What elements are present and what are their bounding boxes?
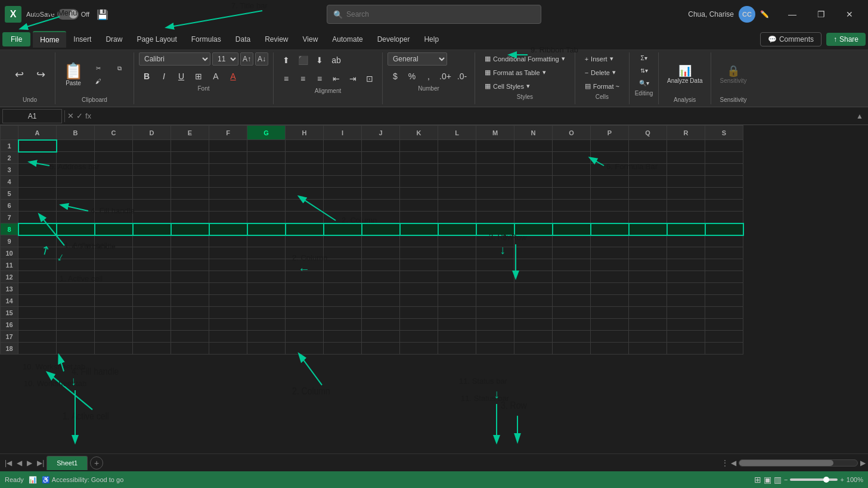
- percent-button[interactable]: %: [404, 69, 420, 84]
- cell-G3[interactable]: [247, 164, 286, 176]
- cell-K5[interactable]: [400, 188, 438, 200]
- cell-A3[interactable]: [18, 164, 57, 176]
- comma-button[interactable]: ,: [421, 69, 436, 84]
- column-header-O[interactable]: O: [553, 126, 591, 140]
- cell-C5[interactable]: [95, 188, 133, 200]
- cell-C8[interactable]: [95, 223, 133, 235]
- cell-J16[interactable]: [362, 319, 400, 331]
- cell-A16[interactable]: [18, 319, 57, 331]
- cell-S3[interactable]: [705, 164, 743, 176]
- cell-H14[interactable]: [286, 295, 324, 307]
- cell-C7[interactable]: [95, 212, 133, 223]
- cell-I5[interactable]: [324, 188, 362, 200]
- align-center-button[interactable]: ≡: [295, 71, 311, 86]
- cell-Q15[interactable]: [629, 307, 667, 319]
- cell-J1[interactable]: [362, 140, 400, 152]
- cell-B15[interactable]: [57, 307, 95, 319]
- cell-D17[interactable]: [133, 331, 171, 343]
- cell-E10[interactable]: [171, 247, 209, 259]
- cell-Q11[interactable]: [629, 259, 667, 271]
- row-header-1[interactable]: 1: [1, 140, 18, 152]
- search-bar[interactable]: 🔍: [327, 5, 541, 24]
- column-header-Q[interactable]: Q: [629, 126, 667, 140]
- cell-S9[interactable]: [705, 235, 743, 247]
- close-button[interactable]: ✕: [836, 5, 863, 24]
- cell-P5[interactable]: [591, 188, 629, 200]
- undo-button[interactable]: ↩: [10, 67, 29, 82]
- cell-R18[interactable]: [667, 343, 705, 355]
- cell-F7[interactable]: [209, 212, 247, 223]
- zoom-out-icon[interactable]: −: [784, 476, 788, 483]
- cell-G11[interactable]: [247, 259, 286, 271]
- cell-I9[interactable]: [324, 235, 362, 247]
- cell-L9[interactable]: [438, 235, 476, 247]
- cell-S7[interactable]: [705, 212, 743, 223]
- cell-K16[interactable]: [400, 319, 438, 331]
- column-header-H[interactable]: H: [286, 126, 324, 140]
- cell-R6[interactable]: [667, 200, 705, 212]
- cell-G14[interactable]: [247, 295, 286, 307]
- decimal-decrease-button[interactable]: .0-: [454, 69, 470, 84]
- normal-view-button[interactable]: ⊞: [754, 475, 761, 484]
- cell-B8[interactable]: [57, 223, 95, 235]
- cell-P2[interactable]: [591, 152, 629, 164]
- column-header-I[interactable]: I: [324, 126, 362, 140]
- row-header-9[interactable]: 9: [1, 235, 18, 247]
- sheet-options-icon[interactable]: ⋮: [721, 459, 728, 467]
- column-header-L[interactable]: L: [438, 126, 476, 140]
- cell-C16[interactable]: [95, 319, 133, 331]
- cell-C12[interactable]: [95, 271, 133, 283]
- cell-D12[interactable]: [133, 271, 171, 283]
- cell-M14[interactable]: [476, 295, 514, 307]
- cell-B17[interactable]: [57, 331, 95, 343]
- cell-O6[interactable]: [553, 200, 591, 212]
- cell-O12[interactable]: [553, 271, 591, 283]
- scroll-left-icon[interactable]: ◀: [731, 459, 736, 467]
- cell-Q18[interactable]: [629, 343, 667, 355]
- cell-D10[interactable]: [133, 247, 171, 259]
- format-as-table-button[interactable]: ▦ Format as Table ▾: [480, 66, 570, 79]
- decimal-increase-button[interactable]: .0+: [438, 69, 453, 84]
- cell-D9[interactable]: [133, 235, 171, 247]
- cell-G10[interactable]: [247, 247, 286, 259]
- cell-E13[interactable]: [171, 283, 209, 295]
- comments-button[interactable]: 💬 Comments: [760, 32, 822, 46]
- cell-P12[interactable]: [591, 271, 629, 283]
- cell-J12[interactable]: [362, 271, 400, 283]
- cell-F11[interactable]: [209, 259, 247, 271]
- conditional-formatting-button[interactable]: ▦ Conditional Formatting ▾: [480, 52, 570, 65]
- cell-N2[interactable]: [514, 152, 553, 164]
- cell-Q6[interactable]: [629, 200, 667, 212]
- indent-increase-button[interactable]: ⇥: [345, 71, 361, 86]
- cell-R8[interactable]: [667, 223, 705, 235]
- scroll-right-icon[interactable]: ▶: [860, 459, 866, 467]
- cell-C10[interactable]: [95, 247, 133, 259]
- cell-N13[interactable]: [514, 283, 553, 295]
- cell-A4[interactable]: [18, 176, 57, 188]
- cell-L4[interactable]: [438, 176, 476, 188]
- cell-H10[interactable]: [286, 247, 324, 259]
- row-header-2[interactable]: 2: [1, 152, 18, 164]
- row-header-8[interactable]: 8: [1, 223, 18, 235]
- cell-L3[interactable]: [438, 164, 476, 176]
- cell-C6[interactable]: [95, 200, 133, 212]
- cell-G16[interactable]: [247, 319, 286, 331]
- format-painter-button[interactable]: 🖌: [89, 76, 108, 87]
- cell-G5[interactable]: [247, 188, 286, 200]
- cell-C11[interactable]: [95, 259, 133, 271]
- cell-O5[interactable]: [553, 188, 591, 200]
- tab-formulas[interactable]: Formulas: [184, 32, 228, 47]
- cell-R13[interactable]: [667, 283, 705, 295]
- cell-M11[interactable]: [476, 259, 514, 271]
- cell-J13[interactable]: [362, 283, 400, 295]
- cell-O4[interactable]: [553, 176, 591, 188]
- cell-D3[interactable]: [133, 164, 171, 176]
- cell-B14[interactable]: [57, 295, 95, 307]
- zoom-slider[interactable]: [790, 478, 838, 481]
- row-header-6[interactable]: 6: [1, 200, 18, 212]
- cell-L13[interactable]: [438, 283, 476, 295]
- cell-F16[interactable]: [209, 319, 247, 331]
- cell-S4[interactable]: [705, 176, 743, 188]
- cell-M3[interactable]: [476, 164, 514, 176]
- autosave-toggle[interactable]: [57, 9, 79, 20]
